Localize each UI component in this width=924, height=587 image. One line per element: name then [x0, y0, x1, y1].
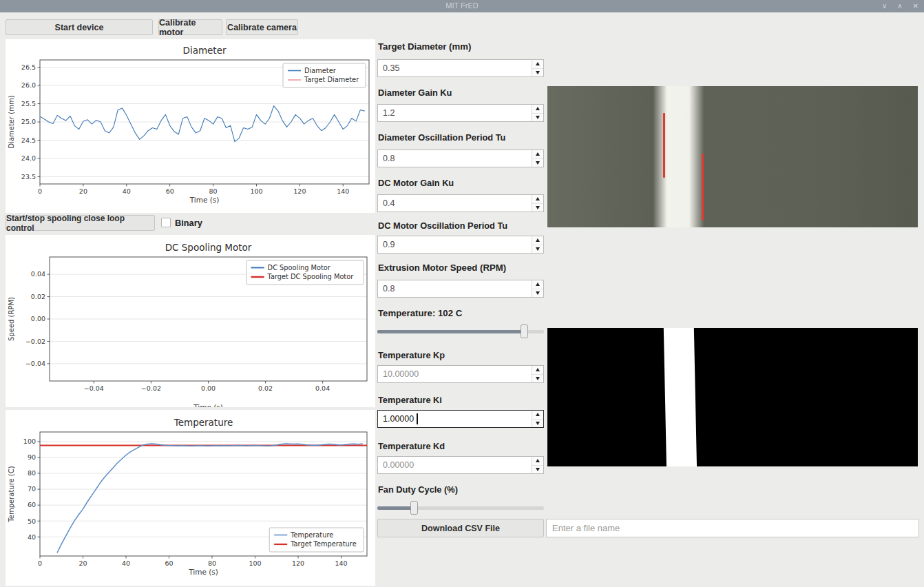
- fiber-stripe: [664, 328, 697, 466]
- diameter-chart: 23.524.024.525.025.526.026.5020406080100…: [6, 39, 375, 213]
- fiber-camera-feed: [547, 86, 918, 227]
- svg-text:−0.04: −0.04: [84, 384, 104, 392]
- fan-duty-slider: [377, 501, 544, 515]
- diameter-tu-input[interactable]: [378, 150, 532, 167]
- spin-up-icon[interactable]: [532, 60, 543, 69]
- spin-up-icon[interactable]: [532, 457, 543, 466]
- svg-text:Diameter: Diameter: [182, 45, 226, 56]
- svg-text:0.02: 0.02: [31, 293, 45, 300]
- svg-text:Temperature: Temperature: [290, 531, 333, 539]
- temperature-slider-label: Temperature: 102 C: [378, 308, 545, 318]
- svg-text:Time (s): Time (s): [193, 403, 223, 407]
- svg-text:0.00: 0.00: [31, 315, 45, 322]
- temperature-slider: [377, 325, 544, 338]
- temp-kd-input[interactable]: [378, 457, 532, 473]
- svg-text:0.04: 0.04: [31, 270, 45, 278]
- svg-text:Diameter (mm): Diameter (mm): [8, 95, 15, 148]
- spin-up-icon[interactable]: [532, 366, 543, 375]
- right-edge-marker: [702, 154, 704, 220]
- spin-down-icon[interactable]: [532, 204, 543, 212]
- extrusion-speed-input[interactable]: [378, 280, 532, 297]
- extrusion-speed-label: Extrusion Motor Speed (RPM): [378, 262, 545, 273]
- fan-slider-handle[interactable]: [410, 501, 418, 515]
- svg-text:90: 90: [28, 453, 36, 461]
- window-unshade-icon[interactable]: ∧: [897, 1, 902, 10]
- fan-duty-label: Fan Duty Cycle (%): [378, 484, 545, 495]
- svg-text:DC Spooling Motor: DC Spooling Motor: [268, 264, 331, 271]
- calibrate-camera-button[interactable]: Calibrate camera: [226, 19, 298, 35]
- spin-down-icon[interactable]: [532, 289, 543, 298]
- svg-text:60: 60: [166, 187, 174, 195]
- spooling-loop-button[interactable]: Start/stop spooling close loop control: [6, 215, 155, 231]
- temperature-slider-handle[interactable]: [521, 325, 528, 338]
- temp-ki-input[interactable]: [378, 411, 532, 427]
- svg-text:26.5: 26.5: [21, 63, 36, 71]
- download-csv-button[interactable]: Download CSV File: [377, 519, 544, 537]
- svg-text:0: 0: [38, 187, 42, 195]
- svg-text:80: 80: [28, 469, 36, 477]
- temp-kp-input[interactable]: [378, 366, 532, 382]
- spin-up-icon[interactable]: [532, 105, 543, 114]
- left-edge-marker: [663, 113, 665, 178]
- binary-checkbox-label: Binary: [175, 218, 216, 228]
- diameter-gain-input[interactable]: [378, 105, 532, 121]
- svg-text:140: 140: [337, 187, 349, 195]
- diameter-gain-label: Diameter Gain Ku: [378, 87, 545, 98]
- target-diameter-input[interactable]: [378, 60, 532, 76]
- dc-gain-label: DC Motor Gain Ku: [378, 178, 545, 188]
- temperature-chart: 405060708090100020406080100120140Tempera…: [6, 410, 375, 586]
- svg-text:100: 100: [249, 559, 261, 567]
- temp-kd-spinbox: [377, 456, 544, 474]
- spin-down-icon[interactable]: [532, 420, 543, 428]
- dc-tu-input[interactable]: [378, 236, 532, 253]
- svg-text:120: 120: [293, 187, 306, 195]
- svg-text:40: 40: [123, 187, 131, 195]
- calibrate-motor-button[interactable]: Calibrate motor: [158, 19, 222, 35]
- window-shade-icon[interactable]: ∨: [882, 1, 887, 10]
- spin-up-icon[interactable]: [532, 280, 543, 289]
- svg-text:50: 50: [28, 517, 36, 525]
- window-title: MIT FrED: [0, 1, 924, 10]
- filename-input[interactable]: [546, 519, 919, 537]
- svg-text:−0.04: −0.04: [25, 360, 45, 367]
- dc-spooling-motor-chart: −0.04−0.020.000.020.04−0.04−0.020.000.02…: [6, 235, 375, 407]
- diameter-tu-label: Diameter Oscillation Period Tu: [378, 132, 545, 143]
- spin-down-icon[interactable]: [532, 466, 543, 474]
- spin-up-icon[interactable]: [532, 150, 543, 159]
- spin-up-icon[interactable]: [532, 411, 543, 420]
- temp-kp-spinbox: [377, 365, 544, 383]
- svg-text:Diameter: Diameter: [304, 67, 337, 74]
- spin-down-icon[interactable]: [532, 375, 543, 383]
- dc-motor-chart-panel: −0.04−0.020.000.020.04−0.04−0.020.000.02…: [6, 235, 375, 407]
- svg-text:20: 20: [79, 187, 87, 195]
- svg-text:60: 60: [28, 501, 36, 508]
- start-device-button[interactable]: Start device: [6, 19, 153, 35]
- svg-text:Target Diameter: Target Diameter: [304, 76, 359, 83]
- svg-text:80: 80: [208, 559, 216, 567]
- spin-down-icon[interactable]: [532, 159, 543, 167]
- spin-up-icon[interactable]: [532, 236, 543, 245]
- spin-down-icon[interactable]: [532, 114, 543, 122]
- extrusion-speed-spinbox: [377, 280, 544, 298]
- diameter-chart-panel: 23.524.024.525.025.526.026.5020406080100…: [6, 39, 375, 213]
- spin-down-icon[interactable]: [532, 69, 543, 77]
- svg-text:Temperature: Temperature: [174, 417, 233, 428]
- slider-fill: [377, 330, 524, 333]
- slider-fill: [377, 506, 414, 510]
- svg-text:26.0: 26.0: [21, 81, 36, 89]
- svg-text:24.5: 24.5: [21, 136, 36, 144]
- svg-text:0.04: 0.04: [315, 384, 330, 392]
- target-diameter-label: Target Diameter (mm): [378, 41, 545, 52]
- temp-kd-label: Temperature Kd: [378, 441, 545, 451]
- spin-up-icon[interactable]: [532, 195, 543, 204]
- dc-gain-input[interactable]: [378, 195, 532, 212]
- svg-text:−0.02: −0.02: [25, 338, 45, 345]
- dc-gain-spinbox: [377, 194, 544, 212]
- svg-text:Time (s): Time (s): [188, 568, 218, 576]
- spin-down-icon[interactable]: [532, 245, 543, 254]
- svg-text:120: 120: [292, 559, 304, 567]
- binary-checkbox[interactable]: [161, 218, 171, 227]
- svg-text:25.0: 25.0: [21, 118, 36, 125]
- temp-kp-label: Temperature Kp: [378, 350, 545, 360]
- window-close-icon[interactable]: ✕: [913, 1, 918, 10]
